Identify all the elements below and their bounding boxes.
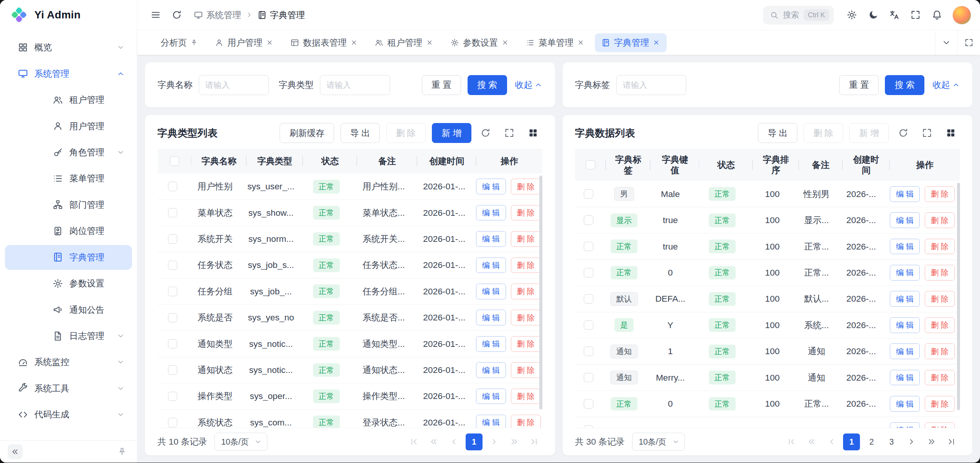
edit-button[interactable]: 编 辑 xyxy=(890,343,920,359)
edit-button[interactable]: 编 辑 xyxy=(476,389,506,404)
reset-button[interactable]: 重 置 xyxy=(839,75,879,95)
delete-button[interactable]: 删 除 xyxy=(925,317,955,333)
select-all-checkbox[interactable] xyxy=(170,156,179,166)
row-checkbox[interactable] xyxy=(168,365,177,374)
edit-button[interactable]: 编 辑 xyxy=(890,239,920,254)
sidebar-item[interactable]: 岗位管理 xyxy=(5,218,132,243)
edit-button[interactable]: 编 辑 xyxy=(476,362,506,378)
sidebar-item[interactable]: 字典管理 xyxy=(5,245,132,270)
sidebar-item[interactable]: 系统监控 xyxy=(5,350,132,374)
row-checkbox[interactable] xyxy=(584,320,593,330)
delete-button[interactable]: 删 除 xyxy=(511,336,541,352)
export-button[interactable]: 导 出 xyxy=(341,123,380,143)
sidebar-item[interactable]: 菜单管理 xyxy=(5,166,132,191)
tab-item[interactable]: 用户管理 xyxy=(208,33,280,52)
row-checkbox[interactable] xyxy=(584,346,593,356)
delete-button[interactable]: 删 除 xyxy=(925,265,955,281)
global-search[interactable]: 搜索 Ctrl K xyxy=(763,6,834,25)
edit-button[interactable]: 编 辑 xyxy=(890,317,920,333)
delete-button[interactable]: 删 除 xyxy=(925,291,955,307)
delete-button[interactable]: 删 除 xyxy=(925,343,955,359)
select-all-checkbox[interactable] xyxy=(586,160,595,169)
tab-item[interactable]: 数据表管理 xyxy=(284,33,364,52)
filter-input[interactable] xyxy=(616,75,686,95)
sidebar-item[interactable]: 用户管理 xyxy=(5,113,132,138)
sidebar-item[interactable]: 角色管理 xyxy=(5,140,132,165)
row-checkbox[interactable] xyxy=(584,268,593,277)
fast-next-button[interactable] xyxy=(923,433,940,450)
last-page-button[interactable] xyxy=(525,433,542,450)
collapse-toggle[interactable]: 收起 xyxy=(515,79,543,91)
filter-input[interactable] xyxy=(199,75,268,95)
prev-page-button[interactable] xyxy=(823,433,840,450)
row-checkbox[interactable] xyxy=(168,182,177,191)
collapse-toggle[interactable]: 收起 xyxy=(932,79,960,91)
edit-button[interactable]: 编 辑 xyxy=(890,370,920,386)
delete-button[interactable]: 删 除 xyxy=(511,284,541,299)
last-page-button[interactable] xyxy=(943,433,960,450)
row-checkbox[interactable] xyxy=(584,215,593,225)
edit-button[interactable]: 编 辑 xyxy=(890,422,920,428)
row-checkbox[interactable] xyxy=(168,339,177,348)
row-checkbox[interactable] xyxy=(168,287,177,296)
row-checkbox[interactable] xyxy=(584,425,593,428)
prev-page-button[interactable] xyxy=(446,433,463,450)
tab-item[interactable]: 参数设置 xyxy=(443,33,515,52)
filter-input[interactable] xyxy=(320,75,390,95)
next-page-button[interactable] xyxy=(903,433,920,450)
sidebar-toggle-button[interactable] xyxy=(146,6,165,25)
sidebar-pin-button[interactable] xyxy=(115,444,130,459)
sidebar-item[interactable]: 系统工具 xyxy=(5,376,132,401)
delete-selected-button[interactable]: 删 除 xyxy=(386,123,426,143)
tab-item[interactable]: 分析页 xyxy=(154,33,204,52)
edit-button[interactable]: 编 辑 xyxy=(476,179,506,194)
delete-button[interactable]: 删 除 xyxy=(925,396,955,412)
edit-button[interactable]: 编 辑 xyxy=(476,258,506,273)
settings-button[interactable] xyxy=(843,6,861,25)
edit-button[interactable]: 编 辑 xyxy=(890,396,920,412)
page-button-3[interactable]: 3 xyxy=(883,433,900,450)
delete-button[interactable]: 删 除 xyxy=(925,186,955,202)
first-page-button[interactable] xyxy=(783,433,800,450)
notifications-button[interactable] xyxy=(927,6,946,25)
reset-button[interactable]: 重 置 xyxy=(422,75,461,95)
page-size-select[interactable]: 10条/页 xyxy=(632,433,685,451)
row-checkbox[interactable] xyxy=(584,294,593,304)
logo[interactable]: Yi Admin xyxy=(0,0,137,30)
delete-button[interactable]: 删 除 xyxy=(511,231,541,247)
fast-prev-button[interactable] xyxy=(426,433,443,450)
edit-button[interactable]: 编 辑 xyxy=(890,212,920,228)
first-page-button[interactable] xyxy=(406,433,423,450)
edit-button[interactable]: 编 辑 xyxy=(476,205,506,221)
fullscreen-button[interactable] xyxy=(906,6,925,25)
scrollbar-thumb[interactable] xyxy=(539,176,542,409)
page-button-1[interactable]: 1 xyxy=(466,433,483,450)
row-checkbox[interactable] xyxy=(168,392,177,401)
add-button[interactable]: 新 增 xyxy=(432,123,471,143)
delete-button[interactable]: 删 除 xyxy=(925,239,955,254)
sidebar-item[interactable]: 日志管理 xyxy=(5,323,132,348)
refresh-table-button[interactable] xyxy=(894,124,912,143)
page-size-select[interactable]: 10条/页 xyxy=(214,433,267,451)
scrollbar-thumb[interactable] xyxy=(957,183,960,410)
theme-toggle-button[interactable] xyxy=(864,6,883,25)
tab-actions-dropdown[interactable] xyxy=(935,30,958,55)
search-button[interactable]: 搜 索 xyxy=(468,75,507,95)
sidebar-item[interactable]: 参数设置 xyxy=(5,271,132,296)
fullscreen-table-button[interactable] xyxy=(917,124,936,143)
fullscreen-table-button[interactable] xyxy=(500,124,519,143)
edit-button[interactable]: 编 辑 xyxy=(476,231,506,247)
sidebar-item[interactable]: 概览 xyxy=(5,35,132,60)
delete-selected-button[interactable]: 删 除 xyxy=(804,123,843,143)
sidebar-item[interactable]: 通知公告 xyxy=(5,297,132,322)
delete-button[interactable]: 删 除 xyxy=(511,310,541,325)
row-checkbox[interactable] xyxy=(168,208,177,217)
breadcrumb-item[interactable]: 字典管理 xyxy=(257,9,305,21)
tab-item[interactable]: 字典管理 xyxy=(595,33,667,52)
edit-button[interactable]: 编 辑 xyxy=(890,291,920,307)
avatar[interactable] xyxy=(952,6,971,25)
refresh-cache-button[interactable]: 刷新缓存 xyxy=(280,123,334,143)
delete-button[interactable]: 删 除 xyxy=(925,212,955,228)
delete-button[interactable]: 删 除 xyxy=(925,370,955,386)
delete-button[interactable]: 删 除 xyxy=(925,422,955,428)
